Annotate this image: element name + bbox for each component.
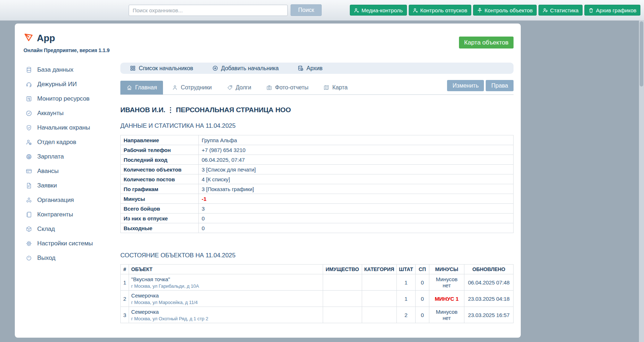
column-header-minuses: МИНУСЫ xyxy=(429,265,464,274)
person-icon xyxy=(542,8,548,13)
object-name[interactable]: "Вкусная точка" xyxy=(131,276,321,282)
tab-employees[interactable]: Сотрудники xyxy=(166,81,218,94)
tab-map[interactable]: Карта xyxy=(317,81,353,94)
objects-map-button[interactable]: Карта объектов xyxy=(459,37,514,48)
search-input[interactable] xyxy=(129,5,288,16)
sidebar-item-accounts[interactable]: Аккаунты xyxy=(15,106,120,121)
vacation-control-button[interactable]: Контроль отпусков xyxy=(409,5,471,16)
button-label: Медиа-контроль xyxy=(361,7,403,13)
table-row: Минусы -1 xyxy=(121,194,514,204)
rights-button[interactable]: Права xyxy=(486,80,514,91)
object-category xyxy=(362,274,396,291)
tab-label: Сотрудники xyxy=(181,84,212,91)
sidebar-item-organization[interactable]: Организация xyxy=(15,193,120,207)
sidebar-item-warehouse[interactable]: Склад xyxy=(15,222,120,236)
scrollbar-thumb[interactable] xyxy=(640,21,643,86)
sidebar-item-advances[interactable]: Авансы xyxy=(15,164,120,178)
tab-main[interactable]: Главная xyxy=(120,81,163,94)
sidebar-item-salary[interactable]: $ Зарплата xyxy=(15,149,120,164)
stat-label: Количество постов xyxy=(121,174,199,184)
sidebar-item-resource-monitor[interactable]: Монитор ресурсов xyxy=(15,92,120,106)
object-minuses: Минусов нет xyxy=(429,307,464,323)
toolbar-item-label: Список начальников xyxy=(139,65,193,72)
sidebar-item-contractors[interactable]: Контрагенты xyxy=(15,207,120,222)
toolbar-item-add-chief[interactable]: Добавить начальника xyxy=(212,65,288,72)
toolbar-item-archive[interactable]: Архив xyxy=(297,65,331,72)
tab-actions: Изменить Права xyxy=(447,80,514,91)
object-updated: 06.04.2025 07:48 xyxy=(464,274,514,291)
object-category xyxy=(362,307,396,323)
object-name[interactable]: Семерочка xyxy=(131,309,321,315)
stat-label: Минусы xyxy=(121,194,199,204)
stat-value: 3 xyxy=(199,204,514,214)
shield-check-icon xyxy=(26,124,32,131)
stat-label: Последний вход xyxy=(121,155,199,165)
sidebar-item-label: Настройки системы xyxy=(37,240,93,247)
sidebar-item-database[interactable]: База данных xyxy=(15,63,120,77)
sidebar-item-label: Зарплата xyxy=(37,153,64,160)
search-button[interactable]: Поиск xyxy=(291,4,322,16)
object-num: 1 xyxy=(121,274,129,291)
column-header-sp: СП xyxy=(416,265,429,274)
stat-value: 0 xyxy=(199,214,514,223)
tab-debts[interactable]: Долги xyxy=(221,81,257,94)
stat-value-schedules-link[interactable]: 3 [Показать графики] xyxy=(199,184,514,194)
object-property xyxy=(323,307,362,323)
gear-icon xyxy=(26,240,32,247)
object-property xyxy=(323,291,362,307)
tab-label: Карта xyxy=(332,84,347,91)
credit-card-icon xyxy=(26,168,32,174)
statistics-button[interactable]: Статистика xyxy=(538,5,583,16)
edit-button[interactable]: Изменить xyxy=(447,80,484,91)
app-name: App xyxy=(37,33,55,44)
stat-label: По графикам xyxy=(121,184,199,194)
grid-icon xyxy=(130,65,136,71)
column-header-category: КАТЕГОРИЯ xyxy=(362,265,396,274)
sidebar-item-requests[interactable]: Заявки xyxy=(15,178,120,193)
badge-check-icon xyxy=(26,110,32,117)
column-header-num: # xyxy=(121,265,129,274)
sidebar: База данных Дежурный ИИ Монитор ресурсов… xyxy=(15,63,120,265)
stat-value-objects-link[interactable]: 3 [Список для печати] xyxy=(199,165,514,174)
stat-value-minuses: -1 xyxy=(199,194,514,204)
column-header-updated: ОБНОВЛЕНО xyxy=(464,265,514,274)
object-staff: 2 xyxy=(396,307,415,323)
table-row: Количество объектов 3 [Список для печати… xyxy=(121,165,514,174)
media-control-button[interactable]: Медиа-контроль xyxy=(350,5,407,16)
object-address: г Москва, ул Гарибальди, д 10А xyxy=(131,283,321,289)
scrollbar-track[interactable] xyxy=(639,21,644,342)
person-icon xyxy=(413,8,418,13)
sidebar-item-security-chief[interactable]: Начальник охраны xyxy=(15,121,120,135)
sidebar-item-duty-ai[interactable]: Дежурный ИИ xyxy=(15,77,120,92)
sidebar-item-label: База данных xyxy=(37,66,73,73)
sidebar-item-hr[interactable]: Отдел кадров xyxy=(15,135,120,149)
sidebar-item-label: Контрагенты xyxy=(37,211,73,218)
button-label: Контроль отпусков xyxy=(420,7,467,13)
object-sp: 0 xyxy=(416,274,429,291)
stat-value-posts-link[interactable]: 4 [К списку] xyxy=(199,174,514,184)
table-row: По графикам 3 [Показать графики] xyxy=(121,184,514,194)
sidebar-item-settings[interactable]: Настройки системы xyxy=(15,236,120,251)
object-name[interactable]: Семерочка xyxy=(131,292,321,299)
object-minuses: Минусов нет xyxy=(429,274,464,291)
stat-label: Направление xyxy=(121,135,199,145)
objects-control-button[interactable]: Контроль объектов xyxy=(473,5,537,16)
toolbar-item-chiefs-list[interactable]: Список начальников xyxy=(130,65,202,72)
objects-table: # ОБЪЕКТ ИМУЩЕСТВО КАТЕГОРИЯ ШТАТ СП МИН… xyxy=(120,264,514,323)
document-icon xyxy=(26,182,32,189)
dollar-coin-icon: $ xyxy=(26,153,32,160)
object-property xyxy=(323,274,362,291)
tab-photo-reports[interactable]: Фото-отчеты xyxy=(260,81,314,94)
headset-icon xyxy=(26,81,32,88)
button-label: Статистика xyxy=(550,7,579,13)
package-icon xyxy=(26,226,32,232)
sidebar-item-logout[interactable]: Выход xyxy=(15,251,120,265)
button-label: Архив графиков xyxy=(596,7,636,13)
topbar-actions: Медиа-контроль Контроль отпусков Контрол… xyxy=(350,5,640,16)
tab-bar: Главная Сотрудники Долги Фото-отчеты Кар… xyxy=(120,79,514,95)
power-icon xyxy=(26,255,32,261)
sidebar-item-label: Дежурный ИИ xyxy=(37,81,77,88)
person-icon xyxy=(354,8,359,13)
archive-schedules-button[interactable]: Архив графиков xyxy=(584,5,640,16)
sidebar-item-label: Аккаунты xyxy=(37,110,64,117)
